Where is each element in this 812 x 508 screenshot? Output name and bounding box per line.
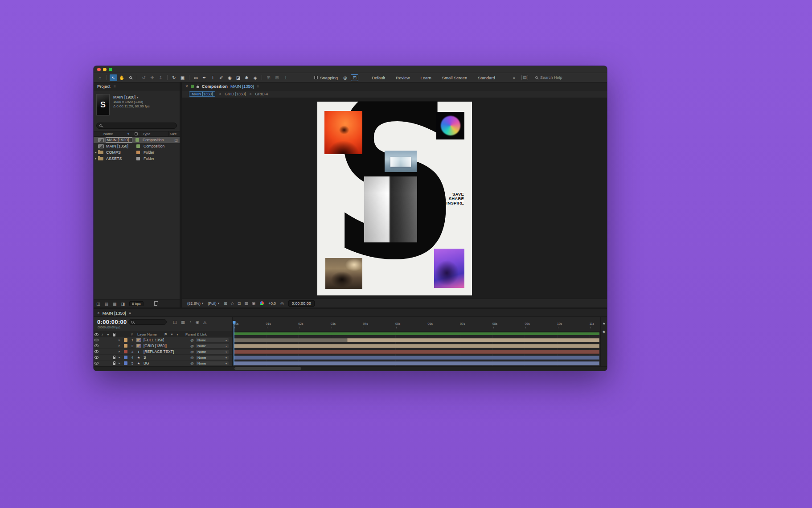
workspace-overflow-icon[interactable]: » — [513, 75, 516, 80]
layer-swatch-cell[interactable] — [122, 361, 129, 365]
rectangle-tool-icon[interactable]: ▭ — [192, 74, 200, 81]
timeline-search-input[interactable] — [135, 320, 160, 324]
poster-image-gradient-monolith[interactable] — [364, 176, 417, 242]
panel-menu-icon[interactable]: ≡ — [257, 84, 259, 89]
column-number[interactable]: # — [128, 332, 135, 337]
playhead[interactable] — [234, 321, 234, 365]
expand-arrow-icon[interactable]: ▸ — [117, 344, 122, 348]
label-color-chip[interactable] — [136, 151, 140, 154]
magnification-dropdown[interactable]: (82.8%)▾ — [187, 301, 203, 306]
parent-link-dropdown[interactable]: None▾ — [195, 361, 229, 366]
selection-tool-icon[interactable]: ↖ — [110, 74, 117, 81]
world-axis-mode-icon[interactable]: ⊠ — [273, 74, 281, 81]
breadcrumb-item[interactable]: GRID-4 — [255, 92, 268, 96]
column-type[interactable]: Type — [143, 132, 150, 136]
layer-duration-bar[interactable] — [234, 344, 599, 348]
hide-shy-layers-icon[interactable]: ◔ — [189, 320, 192, 324]
poster[interactable]: S SAVE SHARE INSPIRE — [317, 102, 472, 295]
resolution-dropdown[interactable]: (Full)▾ — [208, 301, 219, 306]
poster-image-purple-portrait[interactable] — [434, 249, 464, 288]
layer-swatch-cell[interactable] — [122, 356, 129, 359]
interpret-footage-icon[interactable]: ◫ — [96, 302, 100, 306]
expand-arrow-icon[interactable]: ▸ — [117, 361, 122, 365]
pen-tool-icon[interactable]: ✒ — [201, 74, 208, 81]
new-composition-icon[interactable]: ▦ — [113, 302, 117, 306]
viewer-timecode[interactable]: 0:00:00:00 — [288, 300, 315, 307]
workspace-small-screen[interactable]: Small Screen — [442, 75, 468, 80]
layer-duration-bar[interactable] — [234, 350, 599, 354]
draft-3d-icon[interactable]: ▦ — [181, 320, 185, 324]
project-item-title[interactable]: MAIN [1920]▾ — [113, 95, 150, 100]
workspace-default[interactable]: Default — [372, 75, 385, 80]
label-color-chip[interactable] — [135, 138, 139, 142]
pan-camera-tool-icon[interactable]: ✚ — [148, 74, 156, 81]
composition-viewport[interactable]: S SAVE SHARE INSPIRE — [182, 98, 607, 299]
workspace-learn[interactable]: Learn — [420, 75, 431, 80]
poster-image-motorcycle-interior[interactable] — [325, 258, 362, 289]
pickwhip-icon[interactable]: @ — [189, 338, 195, 342]
current-timecode[interactable]: 0:00:00:00 — [97, 319, 127, 325]
layer-duration-bar[interactable] — [234, 361, 599, 365]
motion-blur-icon[interactable]: ◉ — [196, 320, 199, 324]
roto-brush-tool-icon[interactable]: ✱ — [243, 74, 250, 81]
hand-tool-icon[interactable]: ✋ — [118, 74, 126, 81]
new-folder-icon[interactable]: ▤ — [105, 302, 109, 306]
tab-timeline-comp[interactable]: MAIN [1350] — [103, 311, 126, 315]
visibility-toggle[interactable] — [94, 350, 99, 353]
clone-stamp-tool-icon[interactable]: ◉ — [226, 74, 234, 81]
label-color-chip[interactable] — [136, 144, 140, 148]
parent-link-dropdown[interactable]: None▾ — [195, 355, 229, 360]
timeline-track-area[interactable]: 00s01s02s03s04s05s06s07s08s09s10s11s ⚑ ◈ — [232, 317, 607, 371]
column-size[interactable]: Size — [170, 132, 177, 136]
layer-swatch-cell[interactable] — [122, 338, 129, 342]
layer-duration-bar[interactable] — [234, 356, 599, 360]
trash-icon[interactable] — [154, 302, 157, 306]
close-icon[interactable]: × — [97, 311, 100, 315]
breadcrumb-item-active[interactable]: MAIN [1350] — [189, 91, 215, 97]
lock-toggle[interactable] — [111, 356, 117, 359]
puppet-pin-tool-icon[interactable]: ◈ — [251, 74, 259, 81]
marker-bin-icon[interactable]: ⚑ — [602, 322, 605, 326]
layer-row[interactable]: ▸1[FULL 1350]@None▾ — [94, 337, 232, 343]
layer-duration-bar[interactable] — [234, 338, 347, 342]
snapshot-icon[interactable]: ◎ — [280, 301, 284, 306]
timeline-ruler[interactable]: 00s01s02s03s04s05s06s07s08s09s10s11s — [233, 317, 600, 332]
column-name[interactable]: Name — [103, 132, 113, 136]
pickwhip-icon[interactable]: @ — [189, 350, 195, 354]
camera-tool-icon[interactable]: ▣ — [179, 74, 186, 81]
zoom-tool-icon[interactable] — [127, 74, 134, 81]
poster-caption[interactable]: SAVE SHARE INSPIRE — [447, 192, 464, 205]
column-parent-link[interactable]: Parent & Link — [185, 332, 207, 337]
tab-project[interactable]: Project — [97, 84, 111, 89]
orbit-camera-tool-icon[interactable]: ↺ — [140, 74, 148, 81]
visibility-toggle[interactable] — [94, 339, 99, 341]
poster-image-glass-house[interactable] — [385, 151, 417, 172]
snap-options-icon[interactable]: ⊡ — [351, 74, 358, 81]
grid-and-guides-icon[interactable]: ⊞ — [224, 301, 227, 306]
layer-row[interactable]: ▸5★BG@None▾ — [94, 361, 232, 366]
work-area-bar[interactable] — [234, 332, 599, 335]
project-row[interactable]: MAIN [1350]Composition — [94, 143, 180, 149]
poster-image-holographic-sphere[interactable] — [436, 112, 464, 139]
eraser-tool-icon[interactable]: ◪ — [234, 74, 242, 81]
pickwhip-icon[interactable]: @ — [189, 344, 195, 348]
channel-wheel-icon[interactable] — [260, 301, 264, 305]
exposure-value[interactable]: +0.0 — [268, 301, 276, 306]
panel-menu-icon[interactable]: ≡ — [114, 84, 116, 89]
bit-depth-button[interactable]: 8 bpc — [129, 301, 144, 306]
layer-row[interactable]: ▸4★S@None▾ — [94, 355, 232, 361]
sort-arrow-icon[interactable]: ▾ — [127, 132, 129, 136]
workspace-panel-icon[interactable]: ▤ — [521, 75, 528, 80]
local-axis-mode-icon[interactable]: ⊞ — [265, 74, 272, 81]
project-row[interactable]: ▸ASSETSFolder — [94, 156, 180, 162]
dolly-camera-tool-icon[interactable]: ⇕ — [157, 74, 164, 81]
project-search-input[interactable] — [104, 123, 158, 128]
snapping-checkbox[interactable] — [314, 76, 318, 79]
pickwhip-icon[interactable]: @ — [189, 361, 195, 365]
color-settings-icon[interactable]: ◨ — [121, 302, 125, 306]
parent-link-dropdown[interactable]: None▾ — [195, 344, 229, 348]
visibility-toggle[interactable] — [94, 356, 99, 359]
snap-to-features-icon[interactable]: ◎ — [341, 74, 349, 81]
parent-link-dropdown[interactable]: None▾ — [195, 338, 229, 343]
minimize-button[interactable] — [103, 68, 107, 71]
